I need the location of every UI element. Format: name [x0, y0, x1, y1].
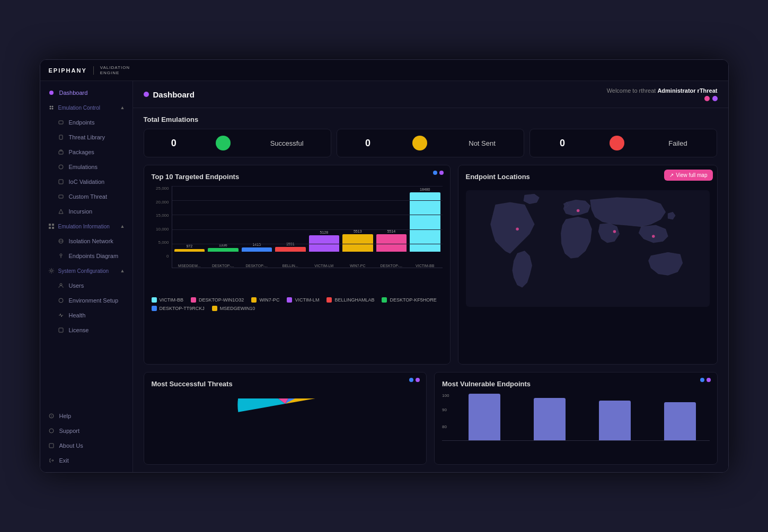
legend-label-win7-pc: WIN7-PC [259, 297, 279, 303]
notsent-number: 0 [365, 138, 370, 149]
sidebar-group-emulation-info[interactable]: Emulation Information ▲ [40, 219, 133, 234]
view-map-label: View full map [676, 172, 707, 178]
ioc-validation-label: IoC Validation [69, 179, 105, 185]
y-label-10000: 10,000 [156, 227, 169, 232]
svg-rect-6 [59, 151, 63, 154]
panel-dot-blue [433, 171, 437, 175]
svg-point-27 [516, 228, 519, 231]
legend-label-desktop-tt9rckj: DESKTOP-TT9RCKJ [160, 306, 205, 311]
bar-rect-victimlm [309, 235, 340, 252]
legend-label-msedgewin10: MSEDGEWIN10 [220, 306, 255, 311]
sidebar-item-ioc-validation[interactable]: IoC Validation [40, 174, 133, 189]
panel-dot-purple-3 [707, 378, 711, 382]
incursion-icon [57, 208, 65, 215]
endpoints-label: Endpoints [69, 119, 95, 126]
y-label-25000: 25,000 [156, 186, 169, 191]
sidebar-group-emulation-control[interactable]: Emulation Control ▲ [40, 100, 133, 115]
notsent-indicator [412, 136, 427, 150]
legend-label-bellinghamlab: BELLINGHAMLAB [334, 297, 374, 303]
emulation-card-successful: 0 Successful [144, 129, 331, 157]
vuln-y-90: 90 [442, 407, 447, 412]
panel-dot-blue-2 [409, 378, 413, 382]
legend-bellinghamlab: BELLINGHAMLAB [326, 297, 374, 303]
legend-win7-pc: WIN7-PC [251, 297, 279, 303]
view-full-map-button[interactable]: ↗ View full map [664, 170, 712, 181]
sidebar-item-label: Dashboard [59, 90, 88, 96]
sidebar: Dashboard Emulation Control ▲ Endpoints [40, 81, 133, 472]
panel-dot-purple [439, 171, 444, 175]
emulation-info-label: Emulation Information [58, 224, 110, 229]
bars-area: 972 MSEDGEW... 1336 DESKTOP-... [172, 186, 443, 268]
bar-label-bellin: BELLIN... [283, 264, 298, 268]
bar-victimbb: 18480 VICTIM-BB [410, 188, 440, 268]
bar-value-desktop2: 1415 [252, 243, 261, 246]
content-title: Dashboard [144, 90, 195, 99]
sidebar-item-isolation-network[interactable]: Isolation Network [40, 234, 133, 249]
content-header: Dashboard Welcome to rthreat Administrat… [133, 81, 728, 108]
system-config-label: System Configuration [58, 268, 109, 274]
vuln-chart-wrapper: 100 90 80 [442, 393, 710, 441]
sidebar-item-environment-setup[interactable]: Environment Setup [40, 293, 133, 308]
bar-rect-desktop3 [376, 234, 407, 252]
bar-label-victimlm: VICTIM-LM [314, 264, 333, 268]
legend-color-desktop-kf5hore [382, 297, 387, 303]
dashboard-title: Dashboard [153, 90, 195, 99]
most-vulnerable-title: Most Vulnerable Endpoints [442, 380, 710, 388]
legend-color-msedgewin10 [212, 306, 217, 311]
most-successful-panel: Most Successful Threats [144, 372, 427, 465]
sidebar-item-endpoints-diagram[interactable]: Endpoints Diagram [40, 249, 133, 263]
emulation-info-icon [48, 223, 55, 230]
bar-win7: 5513 WIN7-PC [342, 229, 373, 268]
support-icon [48, 427, 55, 435]
svg-point-20 [59, 298, 63, 303]
sidebar-item-endpoints[interactable]: Endpoints [40, 115, 133, 130]
legend-color-desktop-win1032 [191, 297, 196, 303]
sidebar-item-packages[interactable]: Packages [40, 145, 133, 159]
charts-row: Top 10 Targeted Endpoints 25,000 20,000 … [144, 165, 718, 365]
bar-desktop1: 1336 DESKTOP-... [208, 243, 239, 268]
sidebar-item-help[interactable]: ? Help [40, 409, 133, 423]
bar-chart-layout: 25,000 20,000 15,000 10,000 5,000 0 [152, 186, 443, 268]
sidebar-item-support[interactable]: Support [40, 423, 133, 438]
environment-setup-label: Environment Setup [69, 297, 119, 304]
y-axis: 25,000 20,000 15,000 10,000 5,000 0 [152, 186, 172, 268]
help-label: Help [59, 413, 72, 419]
sidebar-item-license[interactable]: License [40, 323, 133, 338]
sidebar-item-threat-library[interactable]: Threat Library [40, 130, 133, 145]
bar-chart-title: Top 10 Targeted Endpoints [152, 173, 443, 181]
header-dot-pink [704, 96, 710, 101]
logo-sub: VALIDATIONENGINE [100, 65, 130, 75]
svg-point-29 [613, 230, 616, 233]
sidebar-item-about-us[interactable]: About Us [40, 438, 133, 453]
packages-label: Packages [69, 149, 94, 155]
svg-rect-8 [59, 180, 63, 184]
exit-icon [48, 457, 55, 464]
title-dot [144, 92, 149, 97]
vuln-bar-2 [520, 398, 579, 440]
license-label: License [69, 327, 89, 333]
group-header-left: Emulation Control [48, 104, 100, 111]
sidebar-item-incursion[interactable]: Incursion [40, 204, 133, 219]
header-right: Welcome to rthreat Administrator rThreat [607, 87, 718, 101]
sidebar-item-users[interactable]: Users [40, 278, 133, 293]
svg-rect-4 [59, 121, 63, 124]
emulations-label: Emulations [69, 164, 98, 170]
sidebar-item-emulations[interactable]: Emulations [40, 159, 133, 174]
emulation-control-label: Emulation Control [58, 105, 100, 111]
emulation-card-notsent: 0 Not Sent [337, 129, 524, 157]
bar-label-desktop1: DESKTOP-... [212, 264, 234, 268]
y-label-15000: 15,000 [156, 213, 169, 218]
bar-rect-msedge [174, 249, 205, 252]
sidebar-item-health[interactable]: Health [40, 308, 133, 323]
map-container [466, 190, 710, 307]
sidebar-item-custom-threat[interactable]: Custom Threat [40, 189, 133, 204]
sidebar-item-dashboard[interactable]: Dashboard [40, 85, 133, 100]
bar-chart-panel-dots [433, 171, 444, 175]
sidebar-item-exit[interactable]: Exit [40, 453, 133, 468]
bar-label-desktop2: DESKTOP-... [246, 264, 268, 268]
endpoints-icon [57, 119, 65, 126]
logo-divider [93, 66, 94, 75]
svg-rect-12 [49, 227, 51, 229]
dashboard-icon [48, 89, 55, 96]
sidebar-group-system-config[interactable]: System Configuration ▲ [40, 263, 133, 278]
